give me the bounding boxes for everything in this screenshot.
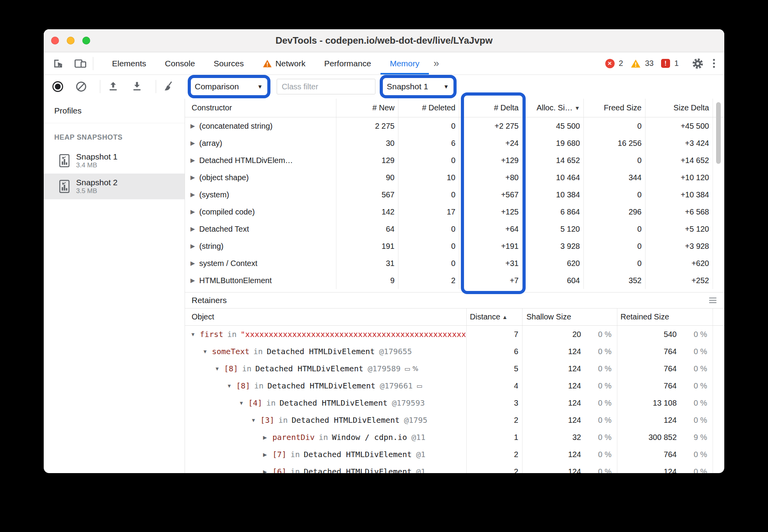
property-name: [7] [272, 450, 286, 459]
retainer-row[interactable]: ▼ [8] in Detached HTMLDivElement @179661… [185, 377, 724, 394]
heap-snapshots-section-label: HEAP SNAPSHOTS [54, 133, 185, 142]
perspective-select[interactable]: Comparison ▼ [191, 82, 267, 91]
expand-arrow-icon[interactable]: ▶ [190, 260, 195, 267]
tree-arrow-icon[interactable]: ▼ [203, 349, 212, 355]
object-id: @1 [416, 450, 425, 459]
object-id: @179655 [379, 347, 412, 356]
tree-arrow-icon[interactable]: ▼ [190, 332, 200, 337]
retainer-row[interactable]: ▼ someText in Detached HTMLDivElement @1… [185, 343, 724, 360]
device-toolbar-icon[interactable] [74, 58, 87, 69]
clear-profiles-button[interactable] [75, 75, 87, 98]
size-delta-cell: +45 500 [645, 117, 713, 135]
property-name: someText [212, 347, 249, 356]
retainer-object-cell: ▼ [3] in Detached HTMLDivElement @1795 [185, 411, 466, 429]
minimize-button[interactable] [67, 37, 75, 44]
expand-arrow-icon[interactable]: ▶ [190, 157, 195, 164]
tab-network[interactable]: Network [253, 52, 315, 74]
column-header-distance[interactable]: Distance ▲ [466, 309, 522, 325]
load-profile-button[interactable] [107, 75, 119, 98]
tree-arrow-icon[interactable]: ▶ [263, 452, 272, 458]
sidebar-item-snapshot[interactable]: Snapshot 1 3.4 MB [44, 148, 185, 174]
tree-arrow-icon[interactable]: ▼ [251, 417, 260, 423]
warning-count-icon[interactable] [631, 59, 641, 68]
retainers-menu-icon[interactable] [709, 298, 716, 303]
base-snapshot-select[interactable]: Snapshot 1 ▼ [383, 82, 453, 91]
inspect-element-icon[interactable] [52, 58, 64, 69]
retainer-row[interactable]: ▶ [6] in Detached HTMLDivElement @1 2 12 [185, 463, 724, 473]
more-tabs-button[interactable]: » [429, 52, 444, 74]
class-filter-input[interactable] [277, 79, 375, 94]
tree-arrow-icon[interactable]: ▼ [215, 366, 224, 372]
column-header-constructor[interactable]: Constructor [185, 99, 336, 117]
heap-table-body: ▶ (concatenated string) 2 275 0 +2 275 4… [185, 117, 724, 289]
zoom-button[interactable] [82, 37, 90, 44]
expand-arrow-icon[interactable]: ▶ [190, 225, 195, 232]
tree-arrow-icon[interactable]: ▶ [263, 434, 272, 440]
error-count-icon[interactable]: × [605, 59, 615, 68]
record-heap-snapshot-button[interactable] [52, 75, 64, 98]
tab-performance[interactable]: Performance [315, 52, 380, 74]
retainer-row[interactable]: ▼ [3] in Detached HTMLDivElement @1795 2 [185, 411, 724, 429]
heap-table-row[interactable]: ▶ (array) 30 6 +24 19 680 16 256 +3 424 [185, 135, 724, 152]
column-header-size-delta[interactable]: Size Delta [645, 99, 713, 117]
heap-table-row[interactable]: ▶ (string) 191 0 +191 3 928 0 +3 928 [185, 238, 724, 255]
tree-arrow-icon[interactable]: ▶ [263, 469, 272, 473]
settings-gear-icon[interactable] [692, 57, 704, 70]
error-count[interactable]: 2 [619, 59, 623, 68]
tab-memory[interactable]: Memory [380, 52, 429, 74]
warning-count[interactable]: 33 [645, 59, 654, 68]
tree-arrow-icon[interactable]: ▼ [227, 383, 236, 389]
expand-arrow-icon[interactable]: ▶ [190, 277, 195, 284]
new-count-cell: 31 [336, 255, 398, 272]
more-options-icon[interactable] [711, 57, 716, 69]
retainer-row[interactable]: ▼ [4] in Detached HTMLDivElement @179593… [185, 394, 724, 411]
retainer-row[interactable]: ▼ first in "xxxxxxxxxxxxxxxxxxxxxxxxxxxx… [185, 326, 724, 343]
property-name: [6] [272, 467, 286, 473]
issues-badge-icon[interactable]: ! [661, 59, 670, 68]
column-header-shallow-size[interactable]: Shallow Size [522, 309, 617, 325]
tree-arrow-icon[interactable]: ▼ [239, 400, 248, 406]
alloc-size-cell: 19 680 [522, 135, 583, 152]
issues-count[interactable]: 1 [674, 59, 679, 68]
heap-table-row[interactable]: ▶ HTMLButtonElement 9 2 +7 604 352 +252 [185, 272, 724, 289]
expand-arrow-icon[interactable]: ▶ [190, 140, 195, 147]
retainer-row[interactable]: ▶ parentDiv in Window / cdpn.io @11 1 32 [185, 429, 724, 446]
column-header-deleted[interactable]: # Deleted [398, 99, 459, 117]
vertical-scrollbar-thumb[interactable] [716, 102, 721, 164]
tab-sources[interactable]: Sources [204, 52, 253, 74]
close-button[interactable] [51, 37, 59, 44]
heap-table-row[interactable]: ▶ system / Context 31 0 +31 620 0 +620 [185, 255, 724, 272]
expand-arrow-icon[interactable]: ▶ [190, 243, 195, 250]
column-header-alloc-size[interactable]: Alloc. Si… ▼ [522, 99, 583, 117]
heap-table-row[interactable]: ▶ Detached Text 64 0 +64 5 120 0 +5 120 [185, 220, 724, 238]
snapshot-highlight-ring: Snapshot 1 ▼ [380, 75, 457, 98]
column-header-delta[interactable]: # Delta [459, 99, 522, 117]
retaining-object: "xxxxxxxxxxxxxxxxxxxxxxxxxxxxxxxxxxxxxxx… [240, 330, 466, 339]
devtools-window: DevTools - codepen.io/web-dot-dev/live/L… [44, 29, 724, 473]
heap-table-row[interactable]: ▶ (compiled code) 142 17 +125 6 864 296 … [185, 203, 724, 220]
collect-garbage-icon[interactable] [163, 75, 176, 98]
distance-cell: 6 [466, 343, 522, 360]
save-profile-button[interactable] [131, 75, 143, 98]
heap-snapshot-icon [59, 179, 70, 193]
expand-arrow-icon[interactable]: ▶ [190, 191, 195, 198]
retainer-row[interactable]: ▶ [7] in Detached HTMLDivElement @1 2 12 [185, 446, 724, 463]
tab-console[interactable]: Console [156, 52, 204, 74]
delta-count-cell: +567 [459, 186, 522, 203]
heap-table-row[interactable]: ▶ Detached HTMLDivElem… 129 0 +129 14 65… [185, 152, 724, 169]
heap-table-row[interactable]: ▶ (system) 567 0 +567 10 384 0 +10 384 [185, 186, 724, 203]
expand-arrow-icon[interactable]: ▶ [190, 174, 195, 181]
retainers-section-header: Retainers [185, 292, 724, 309]
tab-elements[interactable]: Elements [103, 52, 156, 74]
heap-table-row[interactable]: ▶ (concatenated string) 2 275 0 +2 275 4… [185, 117, 724, 135]
retainer-row[interactable]: ▼ [8] in Detached HTMLDivElement @179589… [185, 360, 724, 377]
constructor-cell: ▶ (system) [185, 186, 336, 203]
expand-arrow-icon[interactable]: ▶ [190, 122, 195, 129]
expand-arrow-icon[interactable]: ▶ [190, 208, 195, 215]
sidebar-item-snapshot[interactable]: Snapshot 2 3.5 MB [44, 174, 185, 199]
heap-table-row[interactable]: ▶ (object shape) 90 10 +80 10 464 344 +1… [185, 169, 724, 186]
column-header-object[interactable]: Object [185, 309, 466, 325]
column-header-new[interactable]: # New [336, 99, 398, 117]
column-header-freed-size[interactable]: Freed Size [583, 99, 645, 117]
column-header-retained-size[interactable]: Retained Size [617, 309, 713, 325]
